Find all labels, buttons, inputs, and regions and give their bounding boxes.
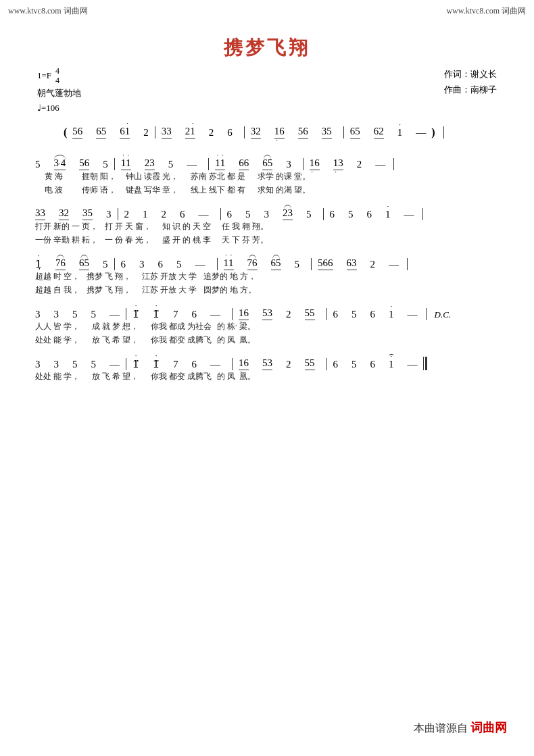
- music-credit: 作曲：南柳子: [444, 82, 497, 97]
- key-info: 1=F 4 4 朝气蓬勃地 ♩=106: [37, 66, 81, 116]
- tempo-value: ♩=106: [37, 101, 81, 116]
- footer-text: 本曲谱源自: [414, 722, 468, 734]
- score-row-1: 5 34 56 5 11 23 5 — 11 66: [35, 153, 504, 170]
- time-sig: 4 4: [55, 66, 59, 86]
- lyrics-2b: 一份 辛勤 耕 耘， 一 份 春 光， 盛 开 的 桃 李 天 下 芬 芳。: [35, 234, 504, 246]
- score-body: ( 56 65 61 2 33 21 2 6 32 16 56: [0, 121, 534, 382]
- tempo-style: 朝气蓬勃地: [37, 86, 81, 101]
- dc-mark: D.C.: [435, 309, 452, 320]
- lyrics-3b: 超越 自 我， 携梦 飞 翔， 江苏 开放 大 学 圆梦的 地 方。: [35, 284, 504, 296]
- key-label: 1=F: [37, 68, 51, 83]
- score-row-2: 33 32 35 3 2 1 2 6 — 6 5 3: [35, 203, 504, 220]
- score-row-4: 3 3 5 5 — 1̈ 1̈ 7 6 — 16 53 2: [35, 303, 504, 320]
- watermark-left: www.ktvc8.com 词曲网: [8, 5, 88, 17]
- info-bar: 1=F 4 4 朝气蓬勃地 ♩=106 作词：谢义长 作曲：南柳子: [0, 66, 534, 116]
- words-credit: 作词：谢义长: [444, 66, 497, 82]
- score-row-5: 3 3 5 5 — 1̈ 1̈ 7 6 — 16 53 2: [35, 353, 504, 370]
- lyrics-2a: 打开 新的 一 页， 打 开 天 窗， 知 识 的 天 空 任 我 翱 翔。: [35, 221, 504, 232]
- lyrics-5: 处处 能 学， 放 飞 希 望， 你我 都变 成腾飞 的 凤 凰。: [35, 371, 504, 382]
- lyrics-4b: 处处 能 学， 放 飞 希 望， 你我 都变 成腾飞 的 凤 凰。: [35, 334, 504, 346]
- lyrics-3a: 超越 时 空， 携梦 飞 翔， 江苏 开放 大 学 追梦的 地 方，: [35, 271, 504, 282]
- author-info: 作词：谢义长 作曲：南柳子: [444, 66, 497, 98]
- intro-line: ( 56 65 61 2 33 21 2 6 32 16 56: [35, 121, 504, 138]
- footer: 本曲谱源自 词曲网: [414, 720, 507, 736]
- lyrics-1a: 黄 海 捱朝 阳， 钟山 读霞 光， 苏南 苏北 都 是 求学 的课 堂。: [35, 171, 504, 182]
- footer-brand: 词曲网: [470, 721, 507, 734]
- watermark-right: www.ktvc8.com 词曲网: [446, 5, 526, 17]
- lyrics-4a: 人人 皆 学， 成 就 梦 想， 你我 都成 为社会 的 栋· 梁。: [35, 321, 504, 332]
- score-row-3: 1̣ 76 65 5 6 3 6 5 —: [35, 253, 504, 270]
- lyrics-1b: 电 波 传师 语， 键盘 写华 章， 线上 线下 都 有 求知 的渴 望。: [35, 184, 504, 196]
